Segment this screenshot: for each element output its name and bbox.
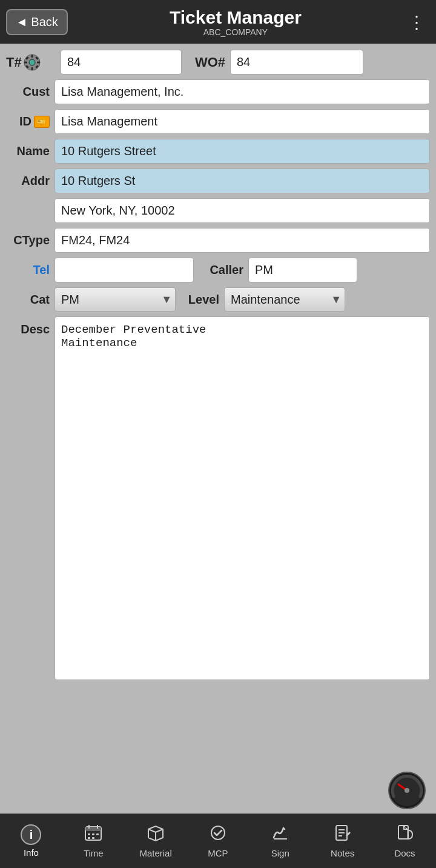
gear-icon[interactable] <box>23 53 41 72</box>
nav-item-time[interactable]: Time <box>69 821 117 862</box>
addr-row: Addr <box>6 169 430 193</box>
wo-number-input[interactable] <box>230 50 363 75</box>
svg-rect-2 <box>31 55 33 58</box>
nav-info-label: Info <box>24 847 39 858</box>
level-select-wrap: Maintenance Emergency Routine ▼ <box>224 287 345 312</box>
nav-item-mcp[interactable]: MCP <box>194 821 242 862</box>
nav-docs-label: Docs <box>394 848 415 858</box>
svg-rect-3 <box>31 67 33 70</box>
addr-label: Addr <box>6 174 54 188</box>
caller-input[interactable] <box>248 258 357 282</box>
id-label: ID 🎫 <box>6 115 54 129</box>
nav-mcp-label: MCP <box>208 848 228 858</box>
svg-rect-23 <box>92 837 94 839</box>
nav-item-material[interactable]: Material <box>131 821 180 862</box>
svg-line-24 <box>148 829 156 832</box>
svg-rect-16 <box>85 827 101 831</box>
menu-icon[interactable]: ⋮ <box>403 12 430 32</box>
tel-caller-row: Tel Caller <box>6 258 430 282</box>
nav-item-docs[interactable]: Docs <box>380 821 429 862</box>
form-area: T# WO# Cust <box>0 44 436 813</box>
docs-icon <box>395 824 414 846</box>
app-title: Ticket Manager <box>68 7 403 27</box>
ticket-label: T# <box>6 55 22 70</box>
cat-level-row: Cat PM Emergency Repair ▼ Level Maintena… <box>6 287 430 312</box>
cust-label: Cust <box>6 85 54 99</box>
ctype-label: CType <box>6 233 54 247</box>
cat-label: Cat <box>6 293 54 307</box>
gauge-icon <box>388 771 426 810</box>
nav-notes-label: Notes <box>331 848 354 858</box>
nav-item-notes[interactable]: Notes <box>319 821 367 862</box>
svg-rect-21 <box>96 833 99 835</box>
bottom-navigation: i Info Time <box>0 813 436 868</box>
ticket-number-input[interactable] <box>61 50 182 75</box>
id-input[interactable] <box>54 109 430 134</box>
name-input[interactable] <box>54 139 430 164</box>
ctype-input[interactable] <box>54 228 430 253</box>
header: ◄ Back Ticket Manager ABC_COMPANY ⋮ <box>0 0 436 44</box>
svg-point-14 <box>405 788 409 793</box>
svg-point-10 <box>29 59 35 65</box>
desc-textarea[interactable]: December Preventative Maintenance <box>54 316 430 680</box>
info-circle-icon: i <box>21 824 41 845</box>
desc-row: Desc December Preventative Maintenance <box>6 316 430 680</box>
cust-input[interactable] <box>54 79 430 104</box>
mcp-icon <box>209 824 227 846</box>
desc-label: Desc <box>6 316 54 336</box>
name-row: Name <box>6 139 430 164</box>
addr2-input[interactable] <box>54 198 430 223</box>
caller-label: Caller <box>194 263 248 277</box>
svg-rect-5 <box>37 61 40 63</box>
nav-item-info[interactable]: i Info <box>7 821 55 861</box>
sign-icon <box>271 824 289 846</box>
cat-select[interactable]: PM Emergency Repair <box>54 287 176 312</box>
svg-rect-20 <box>92 833 94 835</box>
tel-label: Tel <box>6 263 54 277</box>
addr-input[interactable] <box>54 169 430 193</box>
svg-rect-4 <box>24 61 27 63</box>
nav-time-label: Time <box>84 848 104 858</box>
nav-sign-label: Sign <box>271 848 289 858</box>
nav-item-sign[interactable]: Sign <box>256 821 305 862</box>
level-select[interactable]: Maintenance Emergency Routine <box>224 287 345 312</box>
time-icon <box>84 824 102 846</box>
svg-rect-22 <box>88 837 90 839</box>
level-label: Level <box>176 293 224 307</box>
cust-row: Cust <box>6 79 430 104</box>
company-name: ABC_COMPANY <box>68 27 403 37</box>
svg-rect-19 <box>88 833 90 835</box>
id-row: ID 🎫 <box>6 109 430 134</box>
ticket-icon: 🎫 <box>34 116 50 128</box>
notes-icon <box>334 824 352 846</box>
ticket-wo-row: T# WO# <box>6 50 430 75</box>
tel-input[interactable] <box>54 258 194 282</box>
name-label: Name <box>6 144 54 158</box>
cat-select-wrap: PM Emergency Repair ▼ <box>54 287 176 312</box>
svg-line-25 <box>156 829 163 832</box>
ticket-label-wrap: T# <box>6 53 61 72</box>
addr2-row <box>6 198 430 223</box>
svg-point-27 <box>211 826 225 840</box>
ctype-row: CType <box>6 228 430 253</box>
nav-material-label: Material <box>139 848 171 858</box>
wo-label: WO# <box>182 55 230 70</box>
back-button[interactable]: ◄ Back <box>6 9 68 35</box>
header-center: Ticket Manager ABC_COMPANY <box>68 7 403 37</box>
material-icon <box>147 824 165 846</box>
